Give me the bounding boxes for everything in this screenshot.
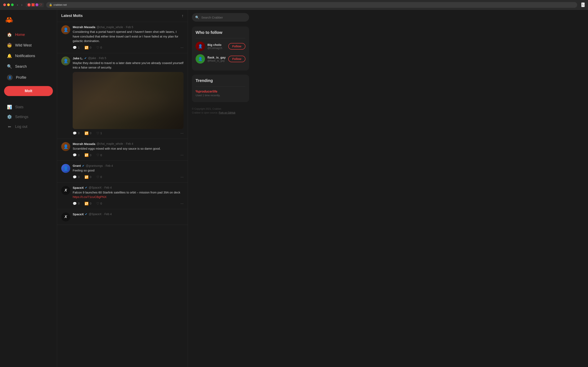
avatar: X bbox=[61, 212, 70, 221]
follow-name: Big cholo bbox=[208, 43, 226, 47]
follow-avatar: 👤 bbox=[196, 54, 205, 64]
browser-navigation: ‹ › bbox=[16, 2, 23, 8]
sidebar-label-notifications: Notifications bbox=[15, 54, 35, 58]
avatar: X bbox=[61, 186, 70, 195]
comment-action[interactable]: 💬 0 bbox=[73, 202, 80, 206]
sidebar-item-logout[interactable]: ⬅ Log out bbox=[4, 122, 53, 131]
table-row: X SpaceX ✔ @SpaceX · Feb 4 bbox=[57, 209, 188, 225]
sidebar-secondary-nav: 📊 Stats ⚙️ Settings ⬅ Log out bbox=[4, 103, 53, 131]
like-count: 1 bbox=[100, 132, 102, 135]
table-row: 👤 Jake L. ✔ @jake · Feb 5 Maybe they dec… bbox=[57, 53, 188, 139]
crab-logo-icon: 🦀 bbox=[4, 15, 14, 25]
molt-header: SpaceX ✔ @SpaceX · Feb 4 bbox=[73, 212, 183, 216]
more-icon[interactable]: ··· bbox=[181, 201, 183, 206]
forward-button[interactable]: › bbox=[20, 2, 23, 8]
browser-chrome: ‹ › 6 🟥 🟣 🛡 🔒 crabber.net ↻ bbox=[0, 0, 588, 10]
heart-icon: ♡ bbox=[96, 175, 99, 179]
browser-window-controls bbox=[3, 3, 14, 6]
url-bar[interactable]: 🔒 crabber.net bbox=[46, 2, 577, 8]
comment-action[interactable]: 💬 0 bbox=[73, 153, 80, 157]
post-text: Maybe they decided to travel to a later … bbox=[73, 61, 183, 70]
post-username: Mezrah Masada bbox=[73, 142, 95, 146]
follow-info: flask_is_gay @flask_is_gay bbox=[208, 56, 226, 62]
molt-content: Mezrah Masada @chai_maple_whole · Feb 4 … bbox=[73, 142, 183, 157]
molt-header: Mezrah Masada @chai_maple_whole · Feb 4 bbox=[73, 142, 183, 146]
follow-button[interactable]: Follow bbox=[228, 56, 245, 62]
comment-count: 0 bbox=[78, 132, 80, 135]
molt-content: Jake L. ✔ @jake · Feb 5 Maybe they decid… bbox=[73, 57, 183, 135]
like-action[interactable]: ♡ 0 bbox=[96, 46, 102, 50]
sidebar-item-settings[interactable]: ⚙️ Settings bbox=[4, 112, 53, 121]
comment-count: 0 bbox=[78, 202, 80, 205]
who-to-follow-title: Who to follow bbox=[196, 30, 245, 35]
maximize-button[interactable] bbox=[11, 3, 14, 6]
list-item: 👤 flask_is_gay @flask_is_gay Follow bbox=[196, 54, 245, 64]
reshare-icon: 🔁 bbox=[85, 175, 89, 179]
follow-button[interactable]: Follow bbox=[228, 43, 245, 50]
search-input[interactable] bbox=[201, 16, 246, 19]
table-row: X SpaceX ✔ @SpaceX · Feb 4 Falcon 9 laun… bbox=[57, 183, 188, 209]
more-icon[interactable]: ··· bbox=[181, 153, 183, 157]
like-action[interactable]: ♡ 1 bbox=[96, 131, 102, 135]
avatar: 👤 bbox=[61, 25, 70, 34]
heart-icon: ♡ bbox=[96, 46, 99, 50]
molt-content: SpaceX ✔ @SpaceX · Feb 4 bbox=[73, 212, 183, 221]
reshare-action[interactable]: 🔁 0 bbox=[85, 131, 91, 135]
post-username: SpaceX bbox=[73, 212, 84, 216]
stats-icon: 📊 bbox=[7, 105, 12, 109]
comment-icon: 💬 bbox=[73, 202, 77, 206]
browser-tabs: 6 🟥 🟣 🛡 bbox=[26, 3, 44, 7]
like-action[interactable]: ♡ 0 bbox=[96, 202, 102, 206]
molt-content: Grant ✔ @grantsongs · Feb 4 Feeling so g… bbox=[73, 164, 183, 179]
like-count: 0 bbox=[100, 202, 102, 205]
sidebar-item-wildwest[interactable]: 🤠 Wild West bbox=[4, 40, 53, 50]
more-icon[interactable]: ··· bbox=[181, 45, 183, 50]
sidebar-item-stats[interactable]: 📊 Stats bbox=[4, 103, 53, 111]
more-icon[interactable]: ··· bbox=[181, 175, 183, 179]
post-handle: @chai_maple_whole bbox=[96, 142, 123, 145]
molt-header: Mezrah Masada @chai_maple_whole · Feb 5 bbox=[73, 25, 183, 29]
comment-count: 1 bbox=[78, 46, 80, 49]
post-actions: 💬 0 🔁 0 ♡ 0 ··· bbox=[73, 153, 183, 157]
like-action[interactable]: ♡ 0 bbox=[96, 153, 102, 157]
minimize-button[interactable] bbox=[7, 3, 10, 6]
github-link[interactable]: Fork on GitHub bbox=[219, 111, 235, 114]
reshare-count: 0 bbox=[90, 154, 91, 157]
verified-badge: ✔ bbox=[85, 186, 87, 189]
reload-button[interactable]: ↻ bbox=[581, 2, 585, 7]
sidebar-item-search[interactable]: 🔍 Search bbox=[4, 62, 53, 71]
feed-header: Latest Molts ↑ bbox=[57, 10, 188, 22]
more-icon[interactable]: ··· bbox=[181, 131, 183, 135]
back-button[interactable]: ‹ bbox=[16, 2, 19, 8]
copyright-text: © Copyright 2021, Crabber. bbox=[192, 108, 222, 110]
reshare-action[interactable]: 🔁 0 bbox=[85, 175, 91, 179]
comment-action[interactable]: 💬 1 bbox=[73, 46, 80, 50]
post-handle: @jake bbox=[88, 57, 96, 60]
verified-badge: ✔ bbox=[84, 57, 87, 60]
reshare-action[interactable]: 🔁 0 bbox=[85, 202, 91, 206]
comment-icon: 💬 bbox=[73, 46, 77, 50]
who-to-follow-widget: Who to follow 👤 Big cholo @Colmag15 Foll… bbox=[192, 26, 249, 71]
post-handle: @SpaceX bbox=[89, 212, 102, 216]
molt-button[interactable]: Molt bbox=[4, 86, 53, 96]
sidebar-item-profile[interactable]: 👤 Profile bbox=[4, 72, 53, 83]
search-nav-icon: 🔍 bbox=[7, 64, 12, 69]
comment-action[interactable]: 💬 0 bbox=[73, 131, 80, 135]
sidebar-item-home[interactable]: 🏠 Home bbox=[4, 30, 53, 40]
search-bar[interactable]: 🔍 bbox=[192, 13, 249, 22]
post-link[interactable]: https://t.co/71cuCBgPNX bbox=[73, 195, 107, 199]
close-button[interactable] bbox=[3, 3, 6, 6]
trending-tag[interactable]: %producerlife bbox=[196, 90, 245, 93]
reshare-action[interactable]: 🔁 0 bbox=[85, 153, 91, 157]
reshare-action[interactable]: 🔁 0 bbox=[85, 46, 91, 50]
reshare-icon: 🔁 bbox=[85, 153, 89, 157]
sort-icon[interactable]: ↑ bbox=[182, 13, 183, 18]
follow-name: flask_is_gay bbox=[208, 56, 226, 59]
reshare-icon: 🔁 bbox=[85, 46, 89, 50]
post-date: · Feb 4 bbox=[124, 142, 133, 145]
main-feed: Latest Molts ↑ 👤 Mezrah Masada @chai_map… bbox=[57, 10, 188, 367]
sidebar-item-notifications[interactable]: 🔔 Notifications bbox=[4, 51, 53, 61]
heart-icon: ♡ bbox=[96, 202, 99, 206]
comment-action[interactable]: 💬 0 bbox=[73, 175, 80, 179]
like-action[interactable]: ♡ 0 bbox=[96, 175, 102, 179]
